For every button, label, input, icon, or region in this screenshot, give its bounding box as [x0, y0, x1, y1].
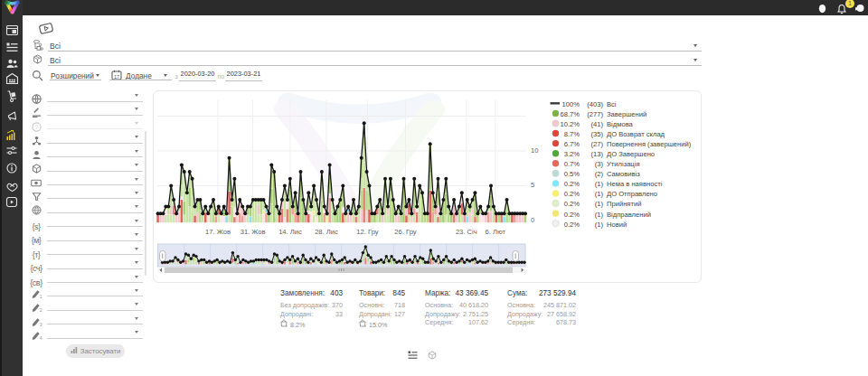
svg-text:(27): (27) — [590, 140, 603, 148]
svg-text:0: 0 — [531, 216, 534, 224]
svg-text:x: x — [365, 324, 367, 328]
svg-text:Самовивіз: Самовивіз — [607, 170, 640, 178]
svg-text:(1): (1) — [595, 221, 604, 229]
svg-text:3.2%: 3.2% — [564, 150, 580, 158]
svg-text:ДО Возврат склад: ДО Возврат склад — [607, 130, 665, 138]
svg-text:(3): (3) — [595, 160, 604, 168]
svg-text:10.2%: 10.2% — [560, 120, 580, 128]
svg-text:Прийнятий: Прийнятий — [607, 200, 641, 208]
svg-text:(1): (1) — [595, 211, 604, 219]
svg-text:28. Лис: 28. Лис — [315, 228, 338, 236]
svg-text:(41): (41) — [590, 120, 603, 128]
svg-text:(35): (35) — [590, 130, 603, 138]
svg-text:68.7%: 68.7% — [560, 110, 580, 118]
svg-text:(1): (1) — [595, 190, 604, 198]
svg-text:0.2%: 0.2% — [564, 180, 580, 188]
svg-text:Всі: Всі — [607, 100, 617, 108]
svg-text:?: ? — [34, 124, 38, 130]
svg-text:0.2%: 0.2% — [564, 221, 580, 229]
svg-text:(2): (2) — [595, 170, 604, 178]
svg-text:6. Лют: 6. Лют — [486, 228, 506, 236]
svg-text:(277): (277) — [587, 110, 603, 118]
svg-text:ДО Завершено: ДО Завершено — [607, 150, 655, 158]
svg-text:Завершений: Завершений — [607, 110, 646, 118]
svg-text:5: 5 — [531, 181, 534, 189]
svg-text:(1): (1) — [595, 180, 604, 188]
svg-text:0.7%: 0.7% — [564, 160, 580, 168]
svg-text:0.2%: 0.2% — [564, 211, 580, 219]
svg-text:100%: 100% — [562, 100, 580, 108]
svg-text:14. Лис: 14. Лис — [278, 228, 302, 236]
svg-text:ДО Отправлено: ДО Отправлено — [607, 190, 657, 198]
svg-text:31. Жов: 31. Жов — [241, 228, 266, 236]
svg-text:12. Гру: 12. Гру — [356, 228, 378, 236]
svg-text:Нема в наявності: Нема в наявності — [607, 180, 663, 188]
svg-text:23. Січ: 23. Січ — [456, 228, 477, 236]
svg-text:Повернення (завершений): Повернення (завершений) — [607, 140, 692, 148]
svg-text:0.2%: 0.2% — [564, 190, 580, 198]
svg-text:Новий: Новий — [607, 221, 627, 229]
svg-text:x: x — [287, 324, 288, 328]
svg-text:Відмова: Відмова — [607, 120, 634, 128]
svg-text:(13): (13) — [590, 150, 603, 158]
svg-text:0.5%: 0.5% — [564, 170, 580, 178]
svg-text:17. Жов: 17. Жов — [205, 228, 231, 236]
svg-text:10: 10 — [531, 146, 538, 155]
svg-text:Утилізація: Утилізація — [607, 160, 640, 168]
svg-text:4: 4 — [39, 335, 42, 341]
svg-text:(1): (1) — [595, 200, 604, 208]
svg-text:8.7%: 8.7% — [564, 130, 580, 138]
svg-text:(403): (403) — [587, 100, 603, 108]
svg-text:Відправлений: Відправлений — [607, 211, 651, 219]
svg-text:6.7%: 6.7% — [564, 140, 580, 148]
svg-text:0.2%: 0.2% — [564, 200, 580, 208]
svg-text:26. Гру: 26. Гру — [394, 228, 416, 236]
